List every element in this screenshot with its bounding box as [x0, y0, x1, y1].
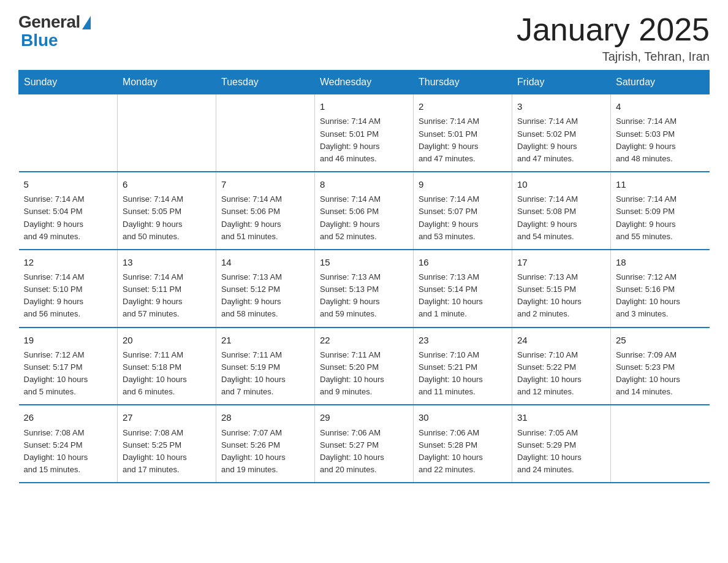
- day-number: 28: [221, 410, 309, 424]
- month-title: January 2025: [517, 12, 710, 47]
- day-info: Sunrise: 7:11 AMSunset: 5:19 PMDaylight:…: [221, 349, 309, 399]
- day-number: 5: [24, 177, 113, 191]
- day-info: Sunrise: 7:13 AMSunset: 5:14 PMDaylight:…: [419, 271, 507, 321]
- day-number: 11: [616, 177, 705, 191]
- calendar-cell: 24Sunrise: 7:10 AMSunset: 5:22 PMDayligh…: [512, 327, 611, 405]
- calendar-cell: 3Sunrise: 7:14 AMSunset: 5:02 PMDaylight…: [512, 94, 611, 172]
- calendar-week-1: 1Sunrise: 7:14 AMSunset: 5:01 PMDaylight…: [19, 94, 710, 172]
- calendar-cell: 12Sunrise: 7:14 AMSunset: 5:10 PMDayligh…: [19, 250, 118, 327]
- calendar-cell: 8Sunrise: 7:14 AMSunset: 5:06 PMDaylight…: [315, 172, 414, 250]
- calendar-table: SundayMondayTuesdayWednesdayThursdayFrid…: [18, 70, 710, 483]
- calendar-cell: 22Sunrise: 7:11 AMSunset: 5:20 PMDayligh…: [315, 327, 414, 405]
- day-number: 18: [616, 255, 705, 269]
- weekday-header-tuesday: Tuesday: [216, 71, 315, 94]
- day-info: Sunrise: 7:14 AMSunset: 5:01 PMDaylight:…: [320, 115, 408, 165]
- day-number: 19: [24, 333, 113, 347]
- day-number: 15: [320, 255, 408, 269]
- day-number: 13: [123, 255, 211, 269]
- day-info: Sunrise: 7:06 AMSunset: 5:27 PMDaylight:…: [320, 427, 408, 477]
- logo-general-text: General: [18, 12, 80, 32]
- day-number: 2: [419, 99, 507, 113]
- day-info: Sunrise: 7:08 AMSunset: 5:24 PMDaylight:…: [24, 427, 113, 477]
- day-number: 1: [320, 99, 408, 113]
- calendar-cell: 28Sunrise: 7:07 AMSunset: 5:26 PMDayligh…: [216, 405, 315, 483]
- day-number: 16: [419, 255, 507, 269]
- day-number: 26: [24, 410, 113, 424]
- calendar-cell: [611, 405, 710, 483]
- day-number: 30: [419, 410, 507, 424]
- calendar-week-2: 5Sunrise: 7:14 AMSunset: 5:04 PMDaylight…: [19, 172, 710, 250]
- calendar-cell: [118, 94, 216, 172]
- weekday-header-sunday: Sunday: [19, 71, 118, 94]
- calendar-cell: [19, 94, 118, 172]
- calendar-cell: [216, 94, 315, 172]
- calendar-header: SundayMondayTuesdayWednesdayThursdayFrid…: [19, 71, 710, 94]
- calendar-cell: 30Sunrise: 7:06 AMSunset: 5:28 PMDayligh…: [414, 405, 512, 483]
- calendar-cell: 29Sunrise: 7:06 AMSunset: 5:27 PMDayligh…: [315, 405, 414, 483]
- day-info: Sunrise: 7:14 AMSunset: 5:09 PMDaylight:…: [616, 193, 705, 243]
- calendar-cell: 4Sunrise: 7:14 AMSunset: 5:03 PMDaylight…: [611, 94, 710, 172]
- day-number: 7: [221, 177, 309, 191]
- day-info: Sunrise: 7:05 AMSunset: 5:29 PMDaylight:…: [517, 427, 605, 477]
- weekday-header-saturday: Saturday: [611, 71, 710, 94]
- calendar-cell: 2Sunrise: 7:14 AMSunset: 5:01 PMDaylight…: [414, 94, 512, 172]
- calendar-cell: 1Sunrise: 7:14 AMSunset: 5:01 PMDaylight…: [315, 94, 414, 172]
- day-number: 4: [616, 99, 705, 113]
- calendar-week-4: 19Sunrise: 7:12 AMSunset: 5:17 PMDayligh…: [19, 327, 710, 405]
- day-info: Sunrise: 7:08 AMSunset: 5:25 PMDaylight:…: [123, 427, 211, 477]
- calendar-cell: 17Sunrise: 7:13 AMSunset: 5:15 PMDayligh…: [512, 250, 611, 327]
- day-info: Sunrise: 7:10 AMSunset: 5:22 PMDaylight:…: [517, 349, 605, 399]
- logo-blue-text: Blue: [18, 31, 58, 50]
- day-number: 9: [419, 177, 507, 191]
- day-info: Sunrise: 7:06 AMSunset: 5:28 PMDaylight:…: [419, 427, 507, 477]
- day-info: Sunrise: 7:13 AMSunset: 5:13 PMDaylight:…: [320, 271, 408, 321]
- weekday-header-thursday: Thursday: [414, 71, 512, 94]
- calendar-cell: 23Sunrise: 7:10 AMSunset: 5:21 PMDayligh…: [414, 327, 512, 405]
- weekday-header-friday: Friday: [512, 71, 611, 94]
- day-number: 29: [320, 410, 408, 424]
- day-info: Sunrise: 7:13 AMSunset: 5:15 PMDaylight:…: [517, 271, 605, 321]
- page-header: General Blue January 2025 Tajrish, Tehra…: [18, 12, 710, 64]
- day-info: Sunrise: 7:11 AMSunset: 5:18 PMDaylight:…: [123, 349, 211, 399]
- calendar-cell: 21Sunrise: 7:11 AMSunset: 5:19 PMDayligh…: [216, 327, 315, 405]
- title-section: January 2025 Tajrish, Tehran, Iran: [517, 12, 710, 64]
- day-info: Sunrise: 7:07 AMSunset: 5:26 PMDaylight:…: [221, 427, 309, 477]
- day-info: Sunrise: 7:11 AMSunset: 5:20 PMDaylight:…: [320, 349, 408, 399]
- day-info: Sunrise: 7:14 AMSunset: 5:04 PMDaylight:…: [24, 193, 113, 243]
- calendar-cell: 31Sunrise: 7:05 AMSunset: 5:29 PMDayligh…: [512, 405, 611, 483]
- day-info: Sunrise: 7:14 AMSunset: 5:03 PMDaylight:…: [616, 115, 705, 165]
- day-number: 22: [320, 333, 408, 347]
- day-number: 12: [24, 255, 113, 269]
- calendar-cell: 27Sunrise: 7:08 AMSunset: 5:25 PMDayligh…: [118, 405, 216, 483]
- day-number: 14: [221, 255, 309, 269]
- day-number: 20: [123, 333, 211, 347]
- calendar-cell: 15Sunrise: 7:13 AMSunset: 5:13 PMDayligh…: [315, 250, 414, 327]
- calendar-cell: 5Sunrise: 7:14 AMSunset: 5:04 PMDaylight…: [19, 172, 118, 250]
- calendar-week-5: 26Sunrise: 7:08 AMSunset: 5:24 PMDayligh…: [19, 405, 710, 483]
- calendar-cell: 26Sunrise: 7:08 AMSunset: 5:24 PMDayligh…: [19, 405, 118, 483]
- calendar-cell: 6Sunrise: 7:14 AMSunset: 5:05 PMDaylight…: [118, 172, 216, 250]
- day-number: 6: [123, 177, 211, 191]
- day-number: 24: [517, 333, 605, 347]
- weekday-header-wednesday: Wednesday: [315, 71, 414, 94]
- calendar-week-3: 12Sunrise: 7:14 AMSunset: 5:10 PMDayligh…: [19, 250, 710, 327]
- day-info: Sunrise: 7:14 AMSunset: 5:01 PMDaylight:…: [419, 115, 507, 165]
- day-info: Sunrise: 7:12 AMSunset: 5:17 PMDaylight:…: [24, 349, 113, 399]
- day-info: Sunrise: 7:10 AMSunset: 5:21 PMDaylight:…: [419, 349, 507, 399]
- calendar-body: 1Sunrise: 7:14 AMSunset: 5:01 PMDaylight…: [19, 94, 710, 483]
- calendar-cell: 20Sunrise: 7:11 AMSunset: 5:18 PMDayligh…: [118, 327, 216, 405]
- day-number: 27: [123, 410, 211, 424]
- day-info: Sunrise: 7:14 AMSunset: 5:06 PMDaylight:…: [320, 193, 408, 243]
- day-info: Sunrise: 7:14 AMSunset: 5:10 PMDaylight:…: [24, 271, 113, 321]
- day-number: 17: [517, 255, 605, 269]
- day-number: 8: [320, 177, 408, 191]
- logo: General Blue: [18, 12, 91, 50]
- day-info: Sunrise: 7:12 AMSunset: 5:16 PMDaylight:…: [616, 271, 705, 321]
- day-number: 10: [517, 177, 605, 191]
- calendar-cell: 7Sunrise: 7:14 AMSunset: 5:06 PMDaylight…: [216, 172, 315, 250]
- day-number: 21: [221, 333, 309, 347]
- calendar-cell: 11Sunrise: 7:14 AMSunset: 5:09 PMDayligh…: [611, 172, 710, 250]
- day-info: Sunrise: 7:14 AMSunset: 5:05 PMDaylight:…: [123, 193, 211, 243]
- location-text: Tajrish, Tehran, Iran: [517, 50, 710, 64]
- day-info: Sunrise: 7:14 AMSunset: 5:08 PMDaylight:…: [517, 193, 605, 243]
